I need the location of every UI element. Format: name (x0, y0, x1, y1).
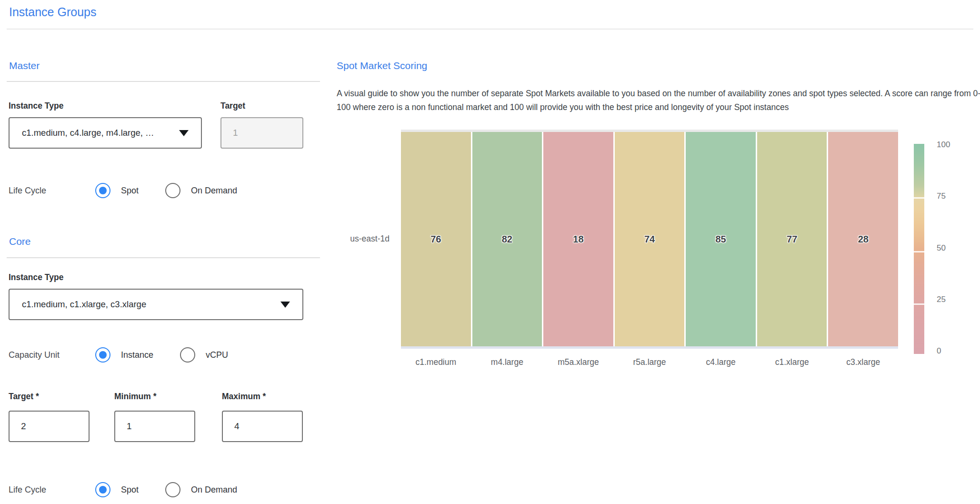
master-divider (7, 81, 320, 82)
core-maximum-input[interactable] (222, 411, 303, 442)
core-life-cycle-label: Life Cycle (9, 485, 46, 495)
heatmap-cell-value: 82 (502, 234, 512, 245)
legend-tick: 25 (937, 295, 946, 304)
master-instance-type-value: c1.medium, c4.large, m4.large, … (22, 128, 154, 138)
heatmap-cell-c3.xlarge[interactable]: 28 (828, 132, 898, 346)
core-maximum-label: Maximum * (222, 392, 266, 402)
radio-label-spot: Spot (121, 186, 139, 196)
heatmap-axis-line (401, 346, 898, 349)
radio-selected-icon[interactable] (95, 347, 110, 363)
heatmap-x-label: c1.xlarge (757, 357, 827, 367)
radio-unselected-icon[interactable] (180, 347, 195, 363)
heatmap-cell-c4.large[interactable]: 85 (686, 132, 756, 346)
radio-selected-icon[interactable] (95, 482, 110, 497)
heatmap-cell-m5a.xlarge[interactable]: 18 (543, 132, 613, 346)
radio-option-spot[interactable]: Spot (95, 482, 139, 497)
radio-label-on-demand: On Demand (191, 485, 237, 495)
radio-option-on-demand[interactable]: On Demand (165, 482, 237, 497)
heatmap-cell-value: 74 (644, 234, 655, 245)
legend-separator (914, 251, 924, 252)
spot-market-description: A visual guide to show you the number of… (337, 87, 980, 114)
master-instance-type-dropdown[interactable]: c1.medium, c4.large, m4.large, … (9, 117, 202, 149)
master-life-cycle-label: Life Cycle (9, 186, 46, 196)
heatmap-cell-m4.large[interactable]: 82 (472, 132, 542, 346)
master-target-input[interactable] (220, 117, 303, 149)
core-life-cycle-radio-group: Spot On Demand (95, 482, 264, 497)
heatmap-x-label: c4.large (686, 357, 756, 367)
heatmap-x-label: c1.medium (401, 357, 471, 367)
core-minimum-input[interactable] (114, 411, 195, 442)
radio-option-on-demand[interactable]: On Demand (165, 183, 237, 198)
heatmap-x-label: m5a.xlarge (543, 357, 613, 367)
heatmap-cell-r5a.large[interactable]: 74 (615, 132, 685, 346)
core-target-input[interactable] (9, 411, 90, 442)
spot-market-scoring-heading: Spot Market Scoring (337, 60, 427, 71)
heatmap-x-label: c3.xlarge (828, 357, 898, 367)
legend-tick: 50 (937, 243, 946, 253)
heatmap-cells-row: 76821874857728 (401, 132, 898, 346)
heatmap-cell-c1.medium[interactable]: 76 (401, 132, 471, 346)
legend-tick: 100 (937, 140, 950, 150)
radio-option-vcpu[interactable]: vCPU (180, 347, 228, 363)
instance-groups-page: Instance Groups Master Instance Type c1.… (0, 0, 980, 504)
core-minimum-label: Minimum * (114, 392, 156, 402)
color-scale-legend (914, 144, 924, 354)
radio-label-instance: Instance (121, 350, 153, 360)
radio-option-spot[interactable]: Spot (95, 183, 139, 198)
core-instance-type-label: Instance Type (9, 272, 63, 282)
legend-tick: 75 (937, 192, 946, 201)
heatmap-x-axis-labels: c1.mediumm4.largem5a.xlarger5a.largec4.l… (401, 357, 898, 367)
legend-separator (914, 197, 924, 199)
legend-tick-labels: 1007550250 (937, 145, 960, 351)
chevron-down-icon (280, 302, 290, 308)
heatmap-row-label: us-east-1d (328, 234, 390, 244)
radio-label-spot: Spot (121, 485, 139, 495)
chevron-down-icon (179, 130, 189, 136)
page-title: Instance Groups (9, 5, 96, 19)
core-section-heading: Core (9, 236, 31, 247)
top-divider (7, 29, 973, 30)
capacity-unit-label: Capacity Unit (9, 350, 60, 360)
master-target-label: Target (220, 101, 245, 111)
core-instance-type-value: c1.medium, c1.xlarge, c3.xlarge (22, 299, 146, 310)
master-instance-type-label: Instance Type (9, 101, 63, 111)
heatmap-cell-value: 18 (573, 234, 583, 245)
heatmap-x-label: r5a.large (615, 357, 685, 367)
heatmap-cell-value: 77 (787, 234, 797, 245)
radio-selected-icon[interactable] (95, 183, 110, 198)
heatmap-cell-value: 28 (858, 234, 869, 245)
legend-tick: 0 (937, 346, 941, 356)
legend-separator (914, 303, 924, 305)
master-section-heading: Master (9, 60, 40, 71)
heatmap-cell-c1.xlarge[interactable]: 77 (757, 132, 827, 346)
radio-unselected-icon[interactable] (165, 183, 180, 198)
core-divider (7, 257, 320, 258)
core-target-label: Target * (9, 392, 39, 402)
heatmap-x-label: m4.large (472, 357, 542, 367)
capacity-unit-radio-group: Instance vCPU (95, 347, 255, 363)
heatmap-plot: 76821874857728 (401, 130, 898, 349)
master-life-cycle-radio-group: Spot On Demand (95, 183, 264, 198)
core-instance-type-dropdown[interactable]: c1.medium, c1.xlarge, c3.xlarge (9, 289, 303, 320)
heatmap-cell-value: 76 (430, 234, 441, 245)
radio-option-instance[interactable]: Instance (95, 347, 153, 363)
radio-unselected-icon[interactable] (165, 482, 180, 497)
radio-label-vcpu: vCPU (206, 350, 228, 360)
heatmap-cell-value: 85 (715, 234, 726, 245)
radio-label-on-demand: On Demand (191, 186, 237, 196)
